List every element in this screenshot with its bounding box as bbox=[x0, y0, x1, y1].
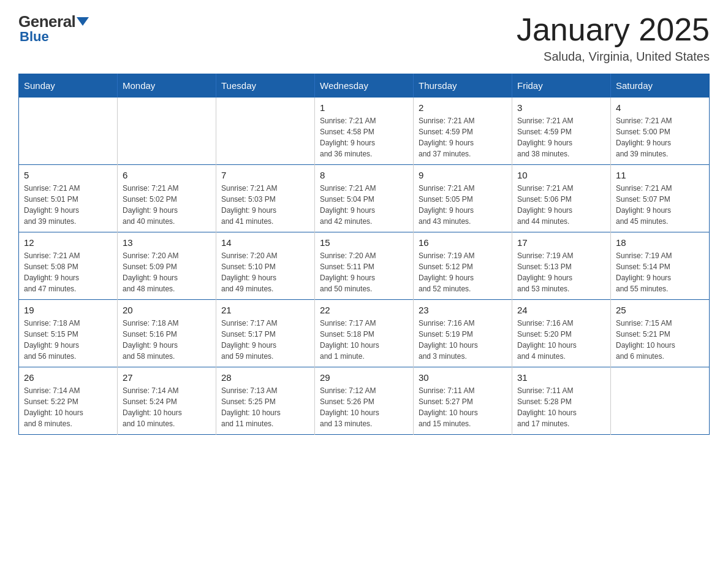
day-info: Sunrise: 7:11 AMSunset: 5:28 PMDaylight:… bbox=[517, 385, 605, 429]
page-header: General Blue January 2025 Saluda, Virgin… bbox=[18, 12, 710, 64]
day-header-friday: Friday bbox=[512, 74, 611, 98]
calendar-cell: 16Sunrise: 7:19 AMSunset: 5:12 PMDayligh… bbox=[414, 232, 512, 300]
day-info: Sunrise: 7:20 AMSunset: 5:09 PMDaylight:… bbox=[123, 250, 211, 294]
day-number: 23 bbox=[419, 305, 507, 315]
day-number: 4 bbox=[616, 102, 704, 113]
calendar-cell: 31Sunrise: 7:11 AMSunset: 5:28 PMDayligh… bbox=[512, 367, 611, 435]
calendar-cell: 5Sunrise: 7:21 AMSunset: 5:01 PMDaylight… bbox=[19, 165, 118, 232]
day-header-tuesday: Tuesday bbox=[216, 74, 315, 98]
day-info: Sunrise: 7:14 AMSunset: 5:22 PMDaylight:… bbox=[24, 385, 112, 429]
calendar-cell: 11Sunrise: 7:21 AMSunset: 5:07 PMDayligh… bbox=[611, 165, 710, 232]
day-info: Sunrise: 7:12 AMSunset: 5:26 PMDaylight:… bbox=[320, 385, 408, 429]
day-info: Sunrise: 7:18 AMSunset: 5:16 PMDaylight:… bbox=[123, 318, 211, 362]
day-info: Sunrise: 7:21 AMSunset: 5:03 PMDaylight:… bbox=[221, 183, 309, 227]
calendar-cell: 9Sunrise: 7:21 AMSunset: 5:05 PMDaylight… bbox=[414, 165, 512, 232]
calendar-cell: 3Sunrise: 7:21 AMSunset: 4:59 PMDaylight… bbox=[512, 98, 611, 165]
logo: General Blue bbox=[18, 12, 89, 45]
day-info: Sunrise: 7:14 AMSunset: 5:24 PMDaylight:… bbox=[123, 385, 211, 429]
day-info: Sunrise: 7:21 AMSunset: 5:06 PMDaylight:… bbox=[517, 183, 605, 227]
day-info: Sunrise: 7:17 AMSunset: 5:17 PMDaylight:… bbox=[221, 318, 309, 362]
calendar-cell: 18Sunrise: 7:19 AMSunset: 5:14 PMDayligh… bbox=[611, 232, 710, 300]
calendar-cell: 28Sunrise: 7:13 AMSunset: 5:25 PMDayligh… bbox=[216, 367, 315, 435]
calendar-cell: 14Sunrise: 7:20 AMSunset: 5:10 PMDayligh… bbox=[216, 232, 315, 300]
day-number: 8 bbox=[320, 170, 408, 180]
calendar-cell: 7Sunrise: 7:21 AMSunset: 5:03 PMDaylight… bbox=[216, 165, 315, 232]
calendar-cell bbox=[118, 98, 216, 165]
day-info: Sunrise: 7:20 AMSunset: 5:11 PMDaylight:… bbox=[320, 250, 408, 294]
day-number: 7 bbox=[221, 170, 309, 180]
day-number: 15 bbox=[320, 237, 408, 248]
day-info: Sunrise: 7:17 AMSunset: 5:18 PMDaylight:… bbox=[320, 318, 408, 362]
day-number: 27 bbox=[123, 372, 211, 383]
day-info: Sunrise: 7:21 AMSunset: 4:58 PMDaylight:… bbox=[320, 115, 408, 159]
calendar-cell: 10Sunrise: 7:21 AMSunset: 5:06 PMDayligh… bbox=[512, 165, 611, 232]
calendar-cell bbox=[19, 98, 118, 165]
calendar-cell: 13Sunrise: 7:20 AMSunset: 5:09 PMDayligh… bbox=[118, 232, 216, 300]
day-number: 31 bbox=[517, 372, 605, 383]
logo-blue: Blue bbox=[20, 29, 49, 45]
day-header-thursday: Thursday bbox=[414, 74, 512, 98]
day-info: Sunrise: 7:21 AMSunset: 5:00 PMDaylight:… bbox=[616, 115, 704, 159]
day-info: Sunrise: 7:11 AMSunset: 5:27 PMDaylight:… bbox=[419, 385, 507, 429]
calendar-week-4: 19Sunrise: 7:18 AMSunset: 5:15 PMDayligh… bbox=[19, 300, 710, 367]
day-info: Sunrise: 7:21 AMSunset: 5:02 PMDaylight:… bbox=[123, 183, 211, 227]
calendar-cell: 25Sunrise: 7:15 AMSunset: 5:21 PMDayligh… bbox=[611, 300, 710, 367]
day-number: 16 bbox=[419, 237, 507, 248]
day-number: 10 bbox=[517, 170, 605, 180]
day-number: 21 bbox=[221, 305, 309, 315]
day-info: Sunrise: 7:13 AMSunset: 5:25 PMDaylight:… bbox=[221, 385, 309, 429]
calendar-week-1: 1Sunrise: 7:21 AMSunset: 4:58 PMDaylight… bbox=[19, 98, 710, 165]
calendar-cell: 12Sunrise: 7:21 AMSunset: 5:08 PMDayligh… bbox=[19, 232, 118, 300]
calendar-cell: 23Sunrise: 7:16 AMSunset: 5:19 PMDayligh… bbox=[414, 300, 512, 367]
day-number: 13 bbox=[123, 237, 211, 248]
day-info: Sunrise: 7:21 AMSunset: 5:04 PMDaylight:… bbox=[320, 183, 408, 227]
calendar-cell: 29Sunrise: 7:12 AMSunset: 5:26 PMDayligh… bbox=[315, 367, 414, 435]
logo-arrow-icon bbox=[77, 17, 89, 26]
calendar-cell: 2Sunrise: 7:21 AMSunset: 4:59 PMDaylight… bbox=[414, 98, 512, 165]
calendar-cell: 6Sunrise: 7:21 AMSunset: 5:02 PMDaylight… bbox=[118, 165, 216, 232]
title-block: January 2025 Saluda, Virginia, United St… bbox=[517, 12, 710, 64]
calendar-cell: 21Sunrise: 7:17 AMSunset: 5:17 PMDayligh… bbox=[216, 300, 315, 367]
day-number: 29 bbox=[320, 372, 408, 383]
day-number: 18 bbox=[616, 237, 704, 248]
day-info: Sunrise: 7:21 AMSunset: 5:01 PMDaylight:… bbox=[24, 183, 112, 227]
day-info: Sunrise: 7:21 AMSunset: 4:59 PMDaylight:… bbox=[517, 115, 605, 159]
calendar-cell: 1Sunrise: 7:21 AMSunset: 4:58 PMDaylight… bbox=[315, 98, 414, 165]
day-info: Sunrise: 7:21 AMSunset: 5:08 PMDaylight:… bbox=[24, 250, 112, 294]
calendar-cell: 20Sunrise: 7:18 AMSunset: 5:16 PMDayligh… bbox=[118, 300, 216, 367]
calendar-cell: 26Sunrise: 7:14 AMSunset: 5:22 PMDayligh… bbox=[19, 367, 118, 435]
month-title: January 2025 bbox=[517, 12, 710, 47]
day-number: 20 bbox=[123, 305, 211, 315]
day-number: 3 bbox=[517, 102, 605, 113]
calendar-cell bbox=[611, 367, 710, 435]
day-number: 1 bbox=[320, 102, 408, 113]
calendar-week-5: 26Sunrise: 7:14 AMSunset: 5:22 PMDayligh… bbox=[19, 367, 710, 435]
calendar-cell bbox=[216, 98, 315, 165]
day-number: 22 bbox=[320, 305, 408, 315]
day-info: Sunrise: 7:15 AMSunset: 5:21 PMDaylight:… bbox=[616, 318, 704, 362]
day-header-saturday: Saturday bbox=[611, 74, 710, 98]
day-header-sunday: Sunday bbox=[19, 74, 118, 98]
day-number: 30 bbox=[419, 372, 507, 383]
calendar-week-3: 12Sunrise: 7:21 AMSunset: 5:08 PMDayligh… bbox=[19, 232, 710, 300]
day-number: 12 bbox=[24, 237, 112, 248]
day-info: Sunrise: 7:20 AMSunset: 5:10 PMDaylight:… bbox=[221, 250, 309, 294]
day-info: Sunrise: 7:19 AMSunset: 5:14 PMDaylight:… bbox=[616, 250, 704, 294]
day-header-monday: Monday bbox=[118, 74, 216, 98]
calendar-cell: 27Sunrise: 7:14 AMSunset: 5:24 PMDayligh… bbox=[118, 367, 216, 435]
day-number: 26 bbox=[24, 372, 112, 383]
day-number: 11 bbox=[616, 170, 704, 180]
calendar-header-row: SundayMondayTuesdayWednesdayThursdayFrid… bbox=[19, 74, 710, 98]
calendar-cell: 24Sunrise: 7:16 AMSunset: 5:20 PMDayligh… bbox=[512, 300, 611, 367]
day-info: Sunrise: 7:19 AMSunset: 5:12 PMDaylight:… bbox=[419, 250, 507, 294]
calendar-cell: 17Sunrise: 7:19 AMSunset: 5:13 PMDayligh… bbox=[512, 232, 611, 300]
day-number: 9 bbox=[419, 170, 507, 180]
day-info: Sunrise: 7:16 AMSunset: 5:19 PMDaylight:… bbox=[419, 318, 507, 362]
day-number: 14 bbox=[221, 237, 309, 248]
day-number: 25 bbox=[616, 305, 704, 315]
calendar-cell: 15Sunrise: 7:20 AMSunset: 5:11 PMDayligh… bbox=[315, 232, 414, 300]
calendar-week-2: 5Sunrise: 7:21 AMSunset: 5:01 PMDaylight… bbox=[19, 165, 710, 232]
day-number: 19 bbox=[24, 305, 112, 315]
calendar-cell: 30Sunrise: 7:11 AMSunset: 5:27 PMDayligh… bbox=[414, 367, 512, 435]
day-number: 24 bbox=[517, 305, 605, 315]
